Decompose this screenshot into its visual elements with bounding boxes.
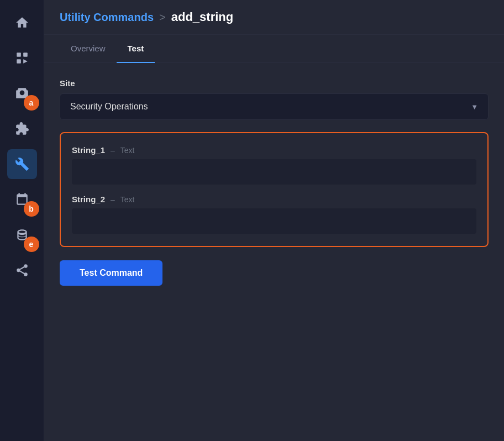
sidebar-item-calendar[interactable]: b bbox=[7, 185, 37, 214]
param-name-string1: String_1 bbox=[72, 145, 105, 155]
tab-bar: Overview Test bbox=[44, 35, 504, 63]
sidebar-item-home[interactable] bbox=[7, 8, 37, 38]
param-dash-string1: – bbox=[111, 146, 115, 155]
dropdown-arrow-icon: ▼ bbox=[471, 103, 478, 111]
main-content: Utility Commands > add_string Overview T… bbox=[44, 0, 504, 441]
sidebar-item-tools[interactable] bbox=[7, 149, 37, 179]
param-dash-string2: – bbox=[111, 195, 115, 204]
breadcrumb-current: add_string bbox=[171, 10, 233, 24]
svg-rect-0 bbox=[17, 53, 21, 57]
badge-b: b bbox=[24, 201, 39, 217]
test-command-button[interactable]: Test Command bbox=[60, 260, 162, 286]
svg-point-3 bbox=[24, 264, 28, 268]
site-selected-value: Security Operations bbox=[70, 102, 148, 112]
badge-a: a bbox=[24, 95, 39, 111]
param-type-string2: Text bbox=[120, 195, 135, 204]
param-row-string2: String_2 – Text bbox=[72, 195, 476, 234]
breadcrumb-separator: > bbox=[159, 11, 166, 24]
svg-line-6 bbox=[20, 271, 24, 274]
sidebar-item-share[interactable] bbox=[7, 255, 37, 285]
param-row-string1: String_1 – Text bbox=[72, 145, 476, 185]
tab-test[interactable]: Test bbox=[117, 35, 155, 63]
sidebar-item-puzzle[interactable] bbox=[7, 114, 37, 144]
content-area: Site Security Operations ▼ String_1 – Te… bbox=[44, 63, 504, 441]
home-icon bbox=[15, 15, 29, 30]
header: Utility Commands > add_string bbox=[44, 0, 504, 35]
tools-icon bbox=[15, 157, 29, 171]
svg-rect-1 bbox=[23, 53, 28, 57]
tab-overview[interactable]: Overview bbox=[60, 35, 117, 63]
sidebar-item-media[interactable] bbox=[7, 43, 37, 73]
sidebar-item-capture[interactable]: a bbox=[7, 78, 37, 108]
param-type-string1: Text bbox=[120, 146, 135, 155]
svg-line-7 bbox=[20, 267, 24, 269]
badge-e: e bbox=[24, 237, 39, 252]
svg-rect-2 bbox=[17, 59, 21, 64]
breadcrumb-utility[interactable]: Utility Commands bbox=[60, 11, 154, 24]
svg-point-5 bbox=[24, 272, 28, 276]
sidebar: a b e bbox=[0, 0, 44, 441]
svg-point-4 bbox=[17, 269, 20, 272]
param-input-string1[interactable] bbox=[72, 159, 476, 185]
play-icon bbox=[15, 51, 29, 65]
site-dropdown[interactable]: Security Operations ▼ bbox=[60, 93, 489, 120]
site-label: Site bbox=[60, 78, 489, 88]
param-name-string2: String_2 bbox=[72, 195, 105, 204]
params-box: String_1 – Text String_2 – Text bbox=[60, 132, 489, 247]
sidebar-item-database[interactable]: e bbox=[7, 220, 37, 250]
param-input-string2[interactable] bbox=[72, 208, 476, 234]
param-label-row-string1: String_1 – Text bbox=[72, 145, 476, 155]
param-label-row-string2: String_2 – Text bbox=[72, 195, 476, 204]
puzzle-icon bbox=[15, 122, 29, 136]
share-icon bbox=[15, 263, 29, 277]
